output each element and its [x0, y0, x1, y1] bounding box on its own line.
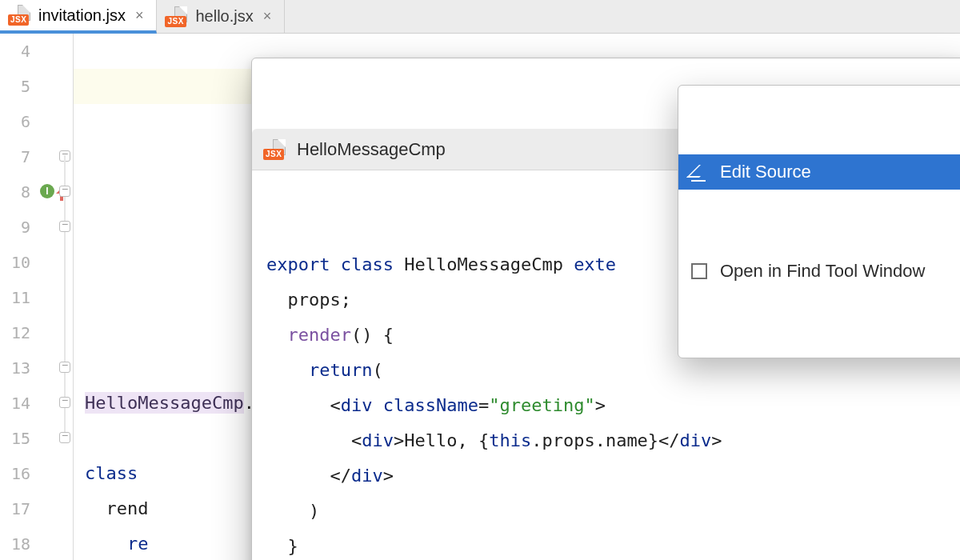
- fold-toggle-icon[interactable]: [59, 432, 70, 443]
- jsx-file-icon: JSX: [165, 8, 187, 26]
- close-icon[interactable]: ×: [134, 7, 146, 24]
- line-number: 17: [0, 491, 30, 526]
- popup-code-line[interactable]: </div>: [266, 458, 956, 494]
- edit-icon: [690, 162, 709, 182]
- code-area[interactable]: JSX HelloMessageCmp react-project-exampl…: [74, 34, 960, 560]
- code-editor[interactable]: 4 5 6 7 8 9 10 11 12 13 14 15 16 17 18 I: [0, 34, 960, 560]
- tab-label: invitation.jsx: [38, 6, 126, 25]
- tab-label: hello.jsx: [195, 7, 253, 26]
- popup-code-line[interactable]: <div className="greeting">: [266, 388, 956, 423]
- fold-toggle-icon[interactable]: [59, 397, 70, 408]
- line-number: 6: [0, 104, 30, 139]
- menu-item-edit-source[interactable]: Edit Source ⌘↓: [678, 154, 960, 190]
- line-number: 15: [0, 421, 30, 456]
- menu-item-open-find-window[interactable]: Open in Find Tool Window: [678, 254, 960, 289]
- line-number: 16: [0, 456, 30, 491]
- fold-toggle-icon[interactable]: [59, 221, 70, 232]
- popup-title: HelloMessageCmp: [297, 132, 446, 167]
- popup-code-line[interactable]: <div>Hello, {this.props.name}</div>: [266, 423, 956, 458]
- line-number: 18: [0, 526, 30, 560]
- fold-toggle-icon[interactable]: [59, 362, 70, 373]
- menu-item-label: Edit Source: [720, 156, 811, 188]
- tab-invitation[interactable]: JSX invitation.jsx ×: [0, 0, 157, 34]
- line-number: 12: [0, 315, 30, 350]
- implements-gutter-icon[interactable]: I: [40, 184, 54, 198]
- close-icon[interactable]: ×: [262, 8, 274, 25]
- line-number: 8: [0, 174, 30, 210]
- popup-context-menu[interactable]: Edit Source ⌘↓ Open in Find Tool Window: [678, 85, 960, 358]
- tab-hello[interactable]: JSX hello.jsx ×: [157, 0, 285, 33]
- line-number: 11: [0, 280, 30, 315]
- line-number: 7: [0, 139, 30, 174]
- fold-toggle-icon[interactable]: [59, 186, 70, 197]
- line-number: 10: [0, 245, 30, 280]
- popup-code-line[interactable]: }: [266, 529, 956, 560]
- editor-tabstrip: JSX invitation.jsx × JSX hello.jsx ×: [0, 0, 960, 34]
- popup-code-line[interactable]: ): [266, 494, 956, 529]
- marker-gutter: I: [37, 34, 74, 560]
- jsx-file-icon: JSX: [263, 141, 286, 158]
- line-number: 13: [0, 350, 30, 386]
- line-number: 14: [0, 386, 30, 421]
- line-number: 9: [0, 210, 30, 245]
- line-number: 4: [0, 34, 30, 69]
- jsx-file-icon: JSX: [8, 6, 30, 24]
- find-window-icon: [690, 262, 709, 281]
- line-number-gutter: 4 5 6 7 8 9 10 11 12 13 14 15 16 17 18: [0, 34, 37, 560]
- menu-item-label: Open in Find Tool Window: [720, 255, 925, 287]
- line-number: 5: [0, 69, 30, 104]
